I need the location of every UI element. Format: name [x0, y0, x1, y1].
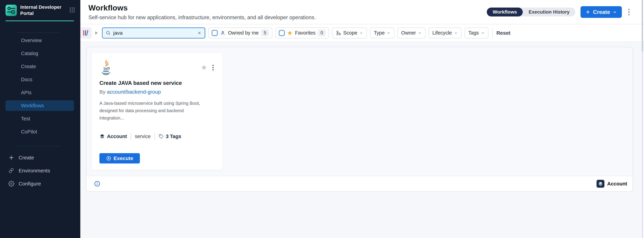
view-toggle: Workflows Execution History	[487, 7, 575, 16]
workflows-grid: Create JAVA based new service By account…	[86, 47, 633, 176]
workflow-description: A Java-based microservice built using Sp…	[100, 100, 210, 122]
sidebar-item-catalog[interactable]: Catalog	[0, 47, 80, 60]
header-kebab-menu[interactable]	[627, 7, 631, 17]
expand-panel-icon[interactable]	[95, 31, 99, 35]
clear-search-icon[interactable]	[197, 31, 202, 35]
chevron-down-icon	[481, 31, 485, 35]
info-icon[interactable]	[94, 180, 100, 187]
chevron-down-icon	[359, 31, 363, 35]
tag-icon	[158, 134, 164, 139]
scrollbar-track[interactable]	[642, 0, 642, 238]
sidebar-divider-bottom	[16, 146, 60, 146]
sidebar-item-copilot[interactable]: CoPilot	[0, 125, 80, 138]
search-input[interactable]	[113, 30, 195, 36]
workflow-tags-count[interactable]: 3 Tags	[166, 134, 181, 139]
execute-button[interactable]: Execute	[100, 153, 140, 163]
brand-line1: Internal Developer	[20, 5, 62, 10]
filter-bar: Owned by me 5 Favorites 0 Scope	[80, 24, 644, 42]
favorites-checkbox[interactable]	[279, 30, 285, 36]
main-area: Workflows Self-service hub for new appli…	[80, 0, 644, 238]
page-header: Workflows Self-service hub for new appli…	[80, 0, 644, 24]
scope-dropdown[interactable]: Scope	[332, 27, 367, 38]
sidebar-accent-bar	[6, 20, 74, 21]
owned-by-me-count: 5	[261, 29, 269, 36]
chevron-down-icon	[418, 31, 422, 35]
plus-icon	[585, 9, 590, 15]
layers-icon	[100, 134, 105, 139]
reset-divider	[492, 28, 493, 38]
sidebar-bottom-environments[interactable]: Environments	[0, 164, 80, 177]
sidebar-bottom-configure[interactable]: Configure	[0, 177, 80, 190]
play-circle-icon	[106, 156, 112, 161]
layers-icon	[596, 180, 604, 188]
portal-logo-icon	[6, 5, 17, 16]
meta-divider	[154, 133, 155, 140]
tab-workflows[interactable]: Workflows	[487, 7, 523, 16]
workflows-panel: Create JAVA based new service By account…	[86, 47, 633, 192]
type-dropdown[interactable]: Type	[370, 27, 394, 38]
create-button[interactable]: Create	[580, 6, 622, 18]
workflow-type: service	[135, 134, 151, 139]
brand-line2: Portal	[20, 11, 34, 16]
workflow-scope: Account	[107, 134, 127, 139]
sidebar-divider-top	[16, 32, 60, 33]
sidebar-item-create[interactable]: Create	[0, 60, 80, 73]
content-area: Create JAVA based new service By account…	[80, 42, 644, 238]
header-actions: Workflows Execution History Create	[487, 6, 631, 18]
java-logo-icon	[100, 60, 112, 75]
owned-by-me-filter[interactable]: Owned by me 5	[208, 27, 272, 38]
workflow-card: Create JAVA based new service By account…	[92, 53, 223, 170]
chevron-down-icon	[612, 10, 617, 14]
internal-developer-portal-screen: Internal Developer Portal Overview Catal…	[0, 0, 644, 238]
sidebar-item-apis[interactable]: APIs	[0, 86, 80, 99]
reset-filters-button[interactable]: Reset	[496, 30, 510, 36]
owner-group-link[interactable]: account/backend-group	[107, 89, 161, 95]
workflow-meta-row: Account service 3 Tags	[100, 133, 215, 140]
chevron-down-icon	[454, 31, 458, 35]
sidebar-item-workflows[interactable]: Workflows	[0, 99, 80, 112]
page-subtitle: Self-service hub for new applications, i…	[88, 14, 316, 21]
favorites-count: 0	[318, 29, 326, 36]
chevron-down-icon	[387, 31, 390, 35]
workflow-owner-line: By account/backend-group	[100, 89, 215, 95]
page-header-titles: Workflows Self-service hub for new appli…	[88, 3, 316, 21]
plus-icon	[8, 154, 14, 161]
person-icon	[220, 30, 226, 36]
page-title: Workflows	[88, 3, 316, 12]
app-grid-icon[interactable]	[69, 7, 75, 13]
account-badge-label: Account	[607, 181, 627, 187]
sidebar: Internal Developer Portal Overview Catal…	[0, 0, 80, 238]
favorites-filter[interactable]: Favorites 0	[276, 27, 329, 38]
panel-footer: Account	[86, 176, 633, 191]
workflow-search	[102, 27, 205, 38]
search-icon	[106, 30, 111, 35]
tags-dropdown[interactable]: Tags	[464, 27, 488, 38]
sidebar-item-docs[interactable]: Docs	[0, 73, 80, 86]
workflow-title: Create JAVA based new service	[100, 80, 215, 86]
card-kebab-menu[interactable]	[211, 63, 215, 72]
gear-icon	[8, 181, 14, 187]
sidebar-bottom-create[interactable]: Create	[0, 151, 80, 164]
sidebar-header: Internal Developer Portal	[0, 0, 80, 21]
account-scope-badge[interactable]: Account	[596, 180, 627, 188]
sidebar-bottom-nav: Create Environments Conf	[0, 151, 80, 190]
library-bars-icon	[80, 27, 92, 39]
owned-by-me-checkbox[interactable]	[212, 30, 218, 36]
card-actions	[201, 63, 215, 72]
scope-hierarchy-icon	[336, 30, 341, 35]
sidebar-item-overview[interactable]: Overview	[0, 34, 80, 47]
card-top-row	[100, 60, 215, 75]
favorite-star-icon[interactable]	[201, 64, 207, 71]
meta-divider	[131, 133, 131, 140]
environments-icon	[8, 168, 14, 174]
sidebar-item-test[interactable]: Test	[0, 112, 80, 125]
brand-title: Internal Developer Portal	[20, 4, 62, 16]
owner-dropdown[interactable]: Owner	[397, 27, 426, 38]
sidebar-nav: Overview Catalog Create Docs APIs Workfl…	[0, 34, 80, 138]
tab-execution-history[interactable]: Execution History	[523, 7, 575, 16]
lifecycle-dropdown[interactable]: Lifecycle	[429, 27, 462, 38]
star-icon	[287, 30, 292, 36]
